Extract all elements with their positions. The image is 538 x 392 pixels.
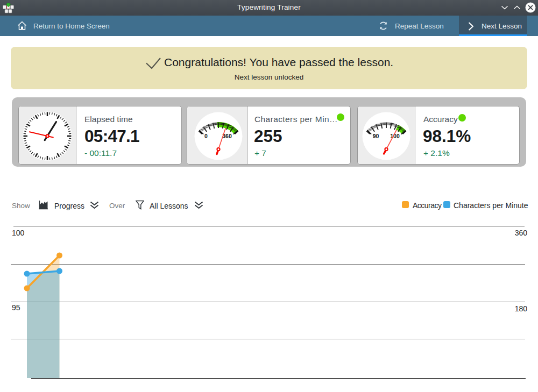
- svg-text:100: 100: [12, 229, 25, 237]
- svg-text:360: 360: [515, 229, 528, 237]
- svg-text:180: 180: [515, 304, 528, 313]
- svg-text:0: 0: [204, 133, 208, 139]
- svg-text:90: 90: [373, 133, 379, 139]
- svg-text:95: 95: [12, 303, 20, 312]
